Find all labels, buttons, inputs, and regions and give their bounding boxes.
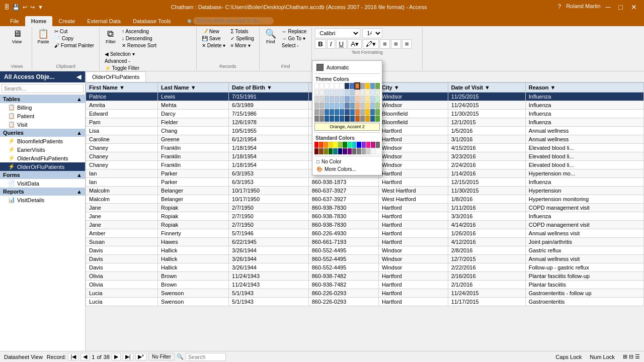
- quick-access-save[interactable]: 💾: [13, 4, 20, 11]
- nav-section-tables[interactable]: Tables ▲: [0, 95, 85, 103]
- theme-color-cell[interactable]: [345, 109, 349, 115]
- bold-button[interactable]: B: [315, 39, 326, 49]
- totals-button[interactable]: Σ Totals: [228, 28, 256, 35]
- theme-color-cell[interactable]: [360, 103, 365, 109]
- record-next-button[interactable]: ▶: [112, 353, 121, 360]
- theme-color-cell[interactable]: [350, 109, 355, 115]
- filter-button[interactable]: ⧉ Filter: [103, 28, 119, 45]
- col-header-reason[interactable]: Reason ▼: [525, 83, 643, 93]
- remove-sort-button[interactable]: ✕ Remove Sort: [120, 42, 158, 49]
- theme-color-cell[interactable]: [335, 83, 339, 89]
- theme-color-cell[interactable]: [345, 96, 349, 102]
- standard-color-cell[interactable]: [319, 148, 323, 154]
- nav-item-earier-visits[interactable]: ⚡ EarierVisits: [0, 145, 85, 154]
- theme-color-cell[interactable]: [370, 89, 375, 96]
- theme-color-cell[interactable]: [330, 116, 334, 122]
- theme-color-cell[interactable]: [355, 103, 360, 109]
- col-header-date-of-visit[interactable]: Date of Visit ▼: [448, 83, 525, 93]
- tell-me-input[interactable]: [193, 17, 274, 25]
- theme-color-cell[interactable]: [330, 89, 334, 96]
- table-row[interactable]: JaneRopiak2/7/1950860-938-7830Hartford4/…: [86, 221, 644, 229]
- theme-color-cell[interactable]: [365, 103, 370, 109]
- table-row[interactable]: OliviaBrown11/24/1943860-938-7482Hartfor…: [86, 272, 644, 281]
- table-row[interactable]: DavisHallick3/26/1944860-552-4495Windsor…: [86, 263, 644, 272]
- theme-color-cell[interactable]: [350, 83, 354, 89]
- standard-color-cell[interactable]: [324, 142, 328, 148]
- theme-color-cell[interactable]: [345, 89, 349, 96]
- theme-color-cell[interactable]: [325, 89, 329, 96]
- nav-search-input[interactable]: [2, 84, 84, 93]
- theme-color-cell[interactable]: [360, 116, 365, 122]
- color-auto-button[interactable]: Automatic: [314, 63, 380, 72]
- standard-color-cell[interactable]: [324, 148, 328, 154]
- theme-color-cell[interactable]: [314, 89, 319, 96]
- standard-color-cell[interactable]: [357, 142, 361, 148]
- standard-color-cell[interactable]: [352, 148, 356, 154]
- standard-color-cell[interactable]: [333, 148, 337, 154]
- align-center-button[interactable]: ≡: [391, 39, 401, 49]
- theme-color-cell[interactable]: [365, 83, 370, 89]
- record-first-button[interactable]: |◀: [68, 353, 78, 360]
- close-button[interactable]: ✕: [628, 3, 640, 11]
- view-button[interactable]: 🖥 View: [9, 28, 25, 45]
- replace-button[interactable]: ↔ Replace: [280, 28, 308, 35]
- new-record-button[interactable]: 📝 New: [200, 28, 227, 35]
- theme-color-cell[interactable]: [335, 116, 339, 122]
- theme-color-cell[interactable]: [345, 103, 349, 109]
- theme-color-cell[interactable]: [319, 96, 324, 102]
- theme-color-cell[interactable]: [325, 116, 329, 122]
- table-row[interactable]: MalcolmBelanger10/17/1950860-637-3927Wes…: [86, 187, 644, 195]
- paste-button[interactable]: 📋 Paste: [35, 28, 51, 45]
- table-row[interactable]: SusanHawes6/22/1945860-661-7193Hartford4…: [86, 238, 644, 246]
- nav-section-reports[interactable]: Reports ▲: [0, 188, 85, 196]
- nav-item-billing[interactable]: 📋 Billing: [0, 103, 85, 112]
- no-color-button[interactable]: □ No Color: [314, 158, 380, 165]
- ascending-button[interactable]: ↑ Ascending: [120, 28, 158, 35]
- theme-color-cell[interactable]: [345, 116, 349, 122]
- font-color-button[interactable]: A▾: [348, 39, 362, 49]
- more-button[interactable]: ≡ More ▾: [228, 42, 256, 49]
- table-row[interactable]: LuciaSwenson5/1/1943860-226-0293Hartford…: [86, 289, 644, 298]
- advanced-button[interactable]: Advanced -: [103, 58, 141, 64]
- theme-color-cell[interactable]: [335, 103, 339, 109]
- theme-color-cell[interactable]: [314, 103, 319, 109]
- select-button[interactable]: Select -: [280, 42, 308, 49]
- theme-color-cell[interactable]: [375, 109, 380, 115]
- table-row[interactable]: IanParker6/3/1953860-938-1873Hartford12/…: [86, 178, 644, 187]
- theme-color-cell[interactable]: [365, 109, 370, 115]
- standard-color-cell[interactable]: [343, 148, 347, 154]
- theme-color-cell[interactable]: [355, 96, 360, 102]
- standard-color-cell[interactable]: [366, 142, 370, 148]
- nav-item-visit-details[interactable]: 📊 VisitDetails: [0, 196, 85, 204]
- tab-create[interactable]: Create: [52, 16, 81, 26]
- theme-color-cell[interactable]: [370, 116, 375, 122]
- theme-color-cell[interactable]: [314, 83, 319, 89]
- tab-home[interactable]: Home: [25, 16, 53, 26]
- italic-button[interactable]: I: [327, 39, 335, 49]
- standard-color-cell[interactable]: [338, 148, 342, 154]
- standard-color-cell[interactable]: [314, 142, 318, 148]
- record-prev-button[interactable]: ◀: [80, 353, 90, 360]
- quick-access-more[interactable]: ▼: [38, 4, 43, 10]
- standard-color-cell[interactable]: [329, 142, 333, 148]
- standard-color-cell[interactable]: [338, 142, 342, 148]
- table-row[interactable]: JaneRopiak2/7/1950860-938-7830Hartford3/…: [86, 212, 644, 221]
- nav-item-older-and-flu[interactable]: ⚡ OlderAndFluPatients: [0, 154, 85, 162]
- standard-color-cell[interactable]: [376, 148, 380, 154]
- theme-color-cell[interactable]: [330, 83, 334, 89]
- theme-color-cell[interactable]: [340, 83, 344, 89]
- descending-button[interactable]: ↓ Descending: [120, 35, 158, 42]
- standard-color-cell[interactable]: [343, 142, 347, 148]
- theme-color-cell[interactable]: [350, 116, 355, 122]
- table-row[interactable]: DavisHallick3/26/1944860-552-4495Windsor…: [86, 255, 644, 263]
- col-header-city[interactable]: City ▼: [378, 83, 448, 93]
- theme-color-cell[interactable]: [370, 103, 375, 109]
- theme-color-cell[interactable]: [314, 96, 319, 102]
- theme-color-cell[interactable]: [360, 89, 365, 96]
- theme-color-cell[interactable]: [325, 109, 329, 115]
- theme-color-cell[interactable]: [350, 103, 355, 109]
- theme-color-cell[interactable]: [360, 109, 365, 115]
- theme-color-cell[interactable]: [365, 89, 370, 96]
- theme-color-cell[interactable]: [319, 116, 324, 122]
- theme-color-cell[interactable]: [365, 116, 370, 122]
